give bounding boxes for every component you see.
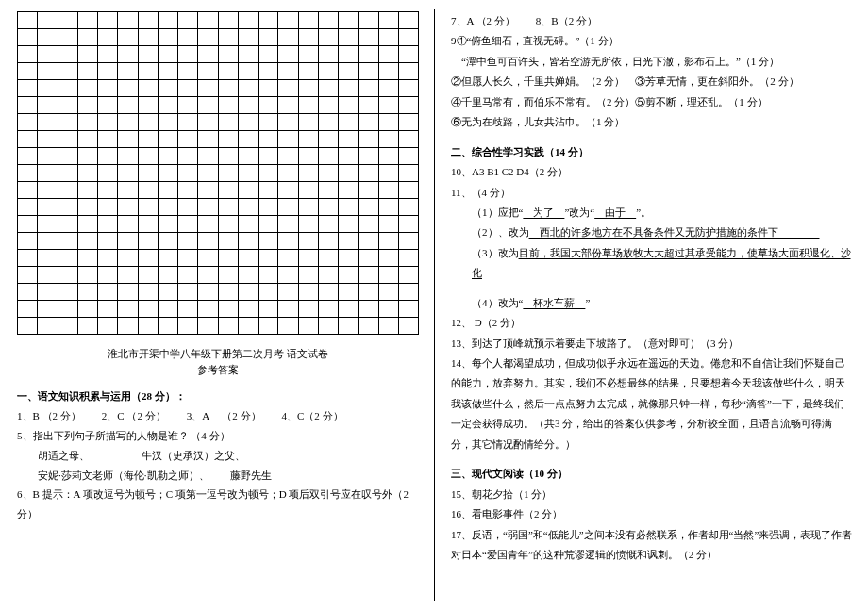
- q5-line-b: 安妮·莎莉文老师（海伦·凯勒之师）、 藤野先生: [17, 466, 419, 486]
- paper-title: 淮北市开渠中学八年级下册第二次月考 语文试卷: [17, 346, 419, 362]
- q14: 14、每个人都渴望成功，但成功似乎永远在遥远的天边。倦怠和不自信让我们怀疑自己的…: [451, 354, 853, 454]
- q11-2: （2）、改为 西北的许多地方在不具备条件又无防护措施的条件下: [451, 223, 853, 242]
- q11-3-u: 目前，我国大部份草场放牧大大超过其承受能力，使草场大面积退化、沙化: [472, 247, 851, 278]
- q10: 10、A3 B1 C2 D4（2 分）: [451, 162, 853, 182]
- column-divider: [434, 9, 435, 601]
- q11-2-pre: （2）、改为: [472, 226, 529, 238]
- q11-4-u: 杯水车薪: [523, 297, 585, 308]
- answer-grid: [17, 11, 419, 335]
- q11-2-u: 西北的许多地方在不具备条件又无防护措施的条件下: [529, 226, 820, 238]
- q9-1b: “潭中鱼可百许头，皆若空游无所依，日光下澈，影布石上。”（1 分）: [451, 52, 853, 72]
- q1-4: 1、B （2 分） 2、C （2 分） 3、A （2 分） 4、C（2 分）: [17, 406, 419, 426]
- q9-1: 9①“俯鱼细石，直视无碍。”（1 分）: [451, 31, 853, 51]
- q11-1-pre: （1）应把“: [472, 206, 523, 218]
- q13: 13、到达了顶峰就预示着要走下坡路了。（意对即可）（3 分）: [451, 334, 853, 354]
- q11-head: 11、（4 分）: [451, 183, 853, 203]
- q11-1-mid: ”改为“: [564, 206, 594, 218]
- q11-1-u2: 由于: [594, 206, 636, 218]
- q11-3-pre: （3）改为: [472, 247, 519, 258]
- title-block: 淮北市开渠中学八年级下册第二次月考 语文试卷 参考答案: [17, 346, 419, 377]
- q5-head: 5、指出下列句子所描写的人物是谁？ （4 分）: [17, 426, 419, 446]
- q6: 6、B 提示：A 项改逗号为顿号；C 项第一逗号改为顿号；D 项后双引号应在叹号…: [17, 485, 419, 524]
- section-1-head: 一、语文知识积累与运用（28 分）：: [17, 387, 419, 406]
- paper-subtitle: 参考答案: [17, 362, 419, 378]
- q11-4-post: ”: [585, 297, 590, 308]
- section-2-head: 二、综合性学习实践（14 分）: [451, 142, 853, 162]
- q9-6: ⑥无为在歧路，儿女共沾巾。（1 分）: [451, 112, 853, 132]
- q16: 16、看电影事件（2 分）: [451, 504, 853, 524]
- q11-3: （3）改为目前，我国大部份草场放牧大大超过其承受能力，使草场大面积退化、沙化: [451, 243, 853, 284]
- q11-1-post: ”。: [636, 206, 651, 218]
- q9-2-3: ②但愿人长久，千里共婵娟。（2 分） ③芳草无情，更在斜阳外。（2 分）: [451, 72, 853, 91]
- q11-1: （1）应把“ 为了 ”改为“ 由于 ”。: [451, 203, 853, 223]
- section-3-head: 三、现代文阅读（10 分）: [451, 464, 853, 484]
- q9-4-5: ④千里马常有，而伯乐不常有。（2 分）⑤剪不断，理还乱。（1 分）: [451, 92, 853, 112]
- q11-1-u1: 为了: [523, 206, 564, 218]
- q5-line-a: 胡适之母、 牛汉（史承汉）之父、: [17, 446, 419, 466]
- q7-8: 7、A （2 分） 8、B（2 分）: [451, 11, 853, 31]
- q17: 17、反语，“弱国”和“低能儿”之间本没有必然联系，作者却用“当然”来强调，表现…: [451, 525, 853, 566]
- q12: 12、 D（2 分）: [451, 313, 853, 333]
- q11-4: （4）改为“ 杯水车薪 ”: [451, 293, 853, 313]
- q11-4-pre: （4）改为“: [472, 297, 523, 308]
- q15: 15、朝花夕拾（1 分）: [451, 485, 853, 504]
